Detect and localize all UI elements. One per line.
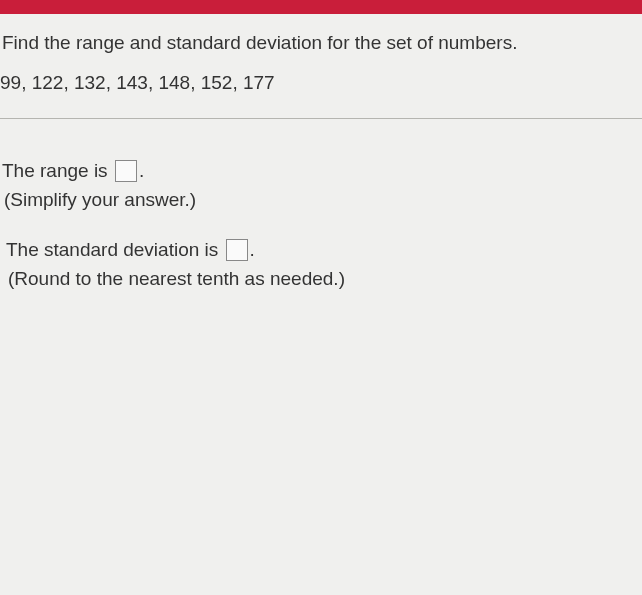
stddev-label-pre: The standard deviation is: [6, 239, 224, 260]
question-data: 99, 122, 132, 143, 148, 152, 177: [0, 72, 634, 94]
app-header-bar: [0, 0, 642, 14]
range-label-pre: The range is: [2, 160, 113, 181]
stddev-label-post: .: [250, 239, 255, 260]
range-label-post: .: [139, 160, 144, 181]
question-section: Find the range and standard deviation fo…: [0, 32, 642, 94]
stddev-answer-line: The standard deviation is .: [6, 236, 642, 265]
stddev-answer-block: The standard deviation is . (Round to th…: [0, 236, 642, 293]
section-divider: [0, 118, 642, 119]
stddev-hint: (Round to the nearest tenth as needed.): [6, 265, 642, 294]
question-content: Find the range and standard deviation fo…: [0, 14, 642, 293]
range-input[interactable]: [115, 160, 137, 182]
question-prompt: Find the range and standard deviation fo…: [0, 32, 634, 54]
range-hint: (Simplify your answer.): [2, 186, 642, 215]
range-answer-block: The range is . (Simplify your answer.): [0, 157, 642, 214]
stddev-input[interactable]: [226, 239, 248, 261]
range-answer-line: The range is .: [2, 157, 642, 186]
